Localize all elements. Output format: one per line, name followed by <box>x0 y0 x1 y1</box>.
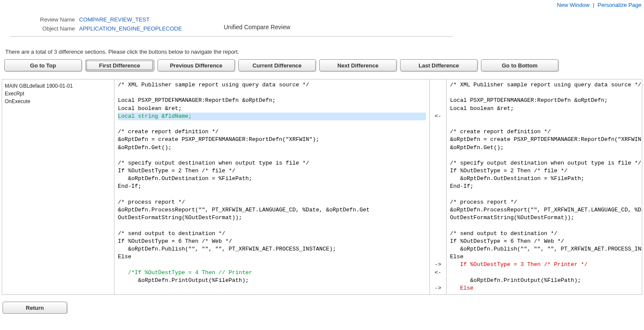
header-block: Review Name COMPARE_REVIEW_TEST Object N… <box>6 16 644 32</box>
target-code-pane[interactable]: /* XML Publisher sample report using que… <box>446 79 642 294</box>
divider <box>10 36 453 37</box>
object-name-label: Object Name <box>6 25 79 32</box>
personalize-page-link[interactable]: Personalize Page <box>598 2 641 8</box>
compare-report: MAIN GBLdefault 1900-01-01 ExecRpt OnExe… <box>2 79 642 295</box>
tree-line: OnExecute <box>5 98 111 105</box>
object-name-value: APPLICATION_ENGINE_PEOPLECODE <box>79 25 182 32</box>
current-difference-button[interactable]: Current Difference <box>238 59 316 71</box>
first-difference-button[interactable]: First Difference <box>85 59 154 71</box>
diff-removed-line: Else <box>450 285 474 291</box>
diff-marker-gutter: <- -> <- -> <box>429 79 446 294</box>
review-name-label: Review Name <box>6 16 79 23</box>
diff-added-line: Local string &fldName; <box>118 113 426 120</box>
separator: | <box>591 2 596 8</box>
go-to-bottom-button[interactable]: Go to Bottom <box>481 59 558 71</box>
instruction-text: There are a total of 3 difference sectio… <box>5 49 644 55</box>
new-window-link[interactable]: New Window <box>557 2 590 8</box>
return-button[interactable]: Return <box>3 302 67 314</box>
navigation-button-bar: Go to Top First Difference Previous Diff… <box>4 59 644 71</box>
source-code-pane[interactable]: /* XML Publisher sample report using que… <box>114 79 429 294</box>
top-links: New Window | Personalize Page <box>557 2 641 8</box>
page-title: Unified Compare Review <box>224 24 290 31</box>
review-name-value: COMPARE_REVIEW_TEST <box>79 16 150 23</box>
object-tree: MAIN GBLdefault 1900-01-01 ExecRpt OnExe… <box>2 79 114 294</box>
tree-line: ExecRpt <box>5 90 111 98</box>
diff-added-line: /*If %OutDestType = 4 Then // Printer <box>118 269 252 276</box>
tree-line: MAIN GBLdefault 1900-01-01 <box>5 82 111 90</box>
last-difference-button[interactable]: Last Difference <box>400 59 478 71</box>
diff-removed-line: If %OutDestType = 3 Then /* Printer */ <box>450 261 588 268</box>
go-to-top-button[interactable]: Go to Top <box>4 59 82 71</box>
next-difference-button[interactable]: Next Difference <box>319 59 397 71</box>
previous-difference-button[interactable]: Previous Difference <box>157 59 235 71</box>
